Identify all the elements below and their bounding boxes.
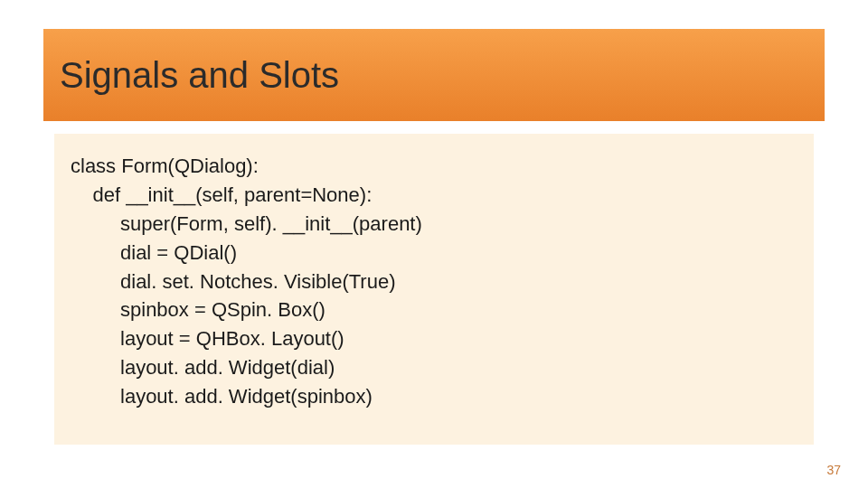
code-line: spinbox = QSpin. Box() bbox=[71, 296, 796, 324]
code-line: layout = QHBox. Layout() bbox=[71, 324, 796, 353]
code-line: super(Form, self). __init__(parent) bbox=[71, 210, 796, 239]
page-number: 37 bbox=[826, 463, 841, 477]
code-line: layout. add. Widget(dial) bbox=[71, 353, 796, 382]
code-line: class Form(QDialog): bbox=[71, 152, 796, 181]
code-line: dial. set. Notches. Visible(True) bbox=[71, 267, 796, 296]
code-block: class Form(QDialog): def __init__(self, … bbox=[54, 134, 814, 445]
code-line: def __init__(self, parent=None): bbox=[71, 181, 796, 210]
slide-header: Signals and Slots bbox=[43, 29, 825, 121]
code-line: dial = QDial() bbox=[71, 239, 796, 267]
code-line: layout. add. Widget(spinbox) bbox=[71, 382, 796, 411]
slide-title: Signals and Slots bbox=[60, 55, 339, 96]
